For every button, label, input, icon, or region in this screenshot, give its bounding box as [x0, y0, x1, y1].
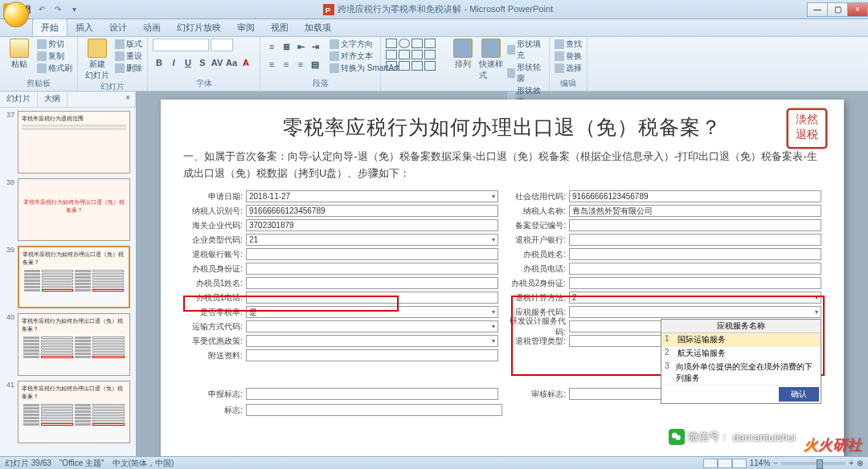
thumbnail-41[interactable]: 41零税率应税行为如何办理出口退（免）税备案？: [3, 381, 133, 443]
dropdown-option[interactable]: 1国际运输服务: [661, 333, 821, 347]
form-input[interactable]: 91666666123456789: [246, 205, 498, 217]
zoom-in-button[interactable]: +: [849, 459, 854, 467]
maximize-button[interactable]: ▢: [827, 2, 848, 17]
bullets-button[interactable]: ≡: [265, 40, 278, 53]
bold-button[interactable]: B: [153, 56, 166, 69]
apply-flag-input[interactable]: [246, 388, 498, 400]
thumbnail-40[interactable]: 40零税率应税行为如何办理出口退（免）税备案？: [3, 313, 133, 376]
zoom-level[interactable]: 114%: [750, 459, 771, 467]
form-input[interactable]: [569, 263, 821, 275]
qat-more-icon[interactable]: ▾: [68, 3, 80, 16]
form-input[interactable]: [246, 263, 498, 275]
shape-fill-button[interactable]: 形状填充: [507, 39, 544, 61]
italic-button[interactable]: I: [167, 56, 180, 69]
fit-button[interactable]: ⊕: [857, 459, 863, 467]
tab-insert[interactable]: 插入: [68, 19, 101, 36]
tab-view[interactable]: 视图: [263, 19, 297, 36]
tab-slides-thumb[interactable]: 幻灯片: [0, 92, 38, 107]
case-button[interactable]: Aa: [225, 56, 238, 69]
undo-icon[interactable]: ↶: [35, 3, 48, 16]
form-input[interactable]: [569, 219, 821, 231]
shadow-button[interactable]: AV: [211, 56, 223, 69]
thumbnail-39[interactable]: 39零税率应税行为如何办理出口退（免）税备案？: [3, 246, 133, 308]
form-row: 企业类型代码:21: [183, 234, 498, 247]
minimize-button[interactable]: —: [807, 2, 828, 17]
text-direction-button[interactable]: 文字方向: [330, 39, 399, 50]
convert-smartart-button[interactable]: 转换为 SmartArt: [330, 63, 399, 74]
format-painter-button[interactable]: 格式刷: [37, 63, 72, 74]
indent-inc-button[interactable]: ⇥: [309, 40, 321, 53]
form-input[interactable]: 青岛淡然外贸有限公司: [569, 205, 821, 217]
office-button[interactable]: [3, 2, 29, 27]
tab-design[interactable]: 设计: [101, 19, 135, 36]
align-text-button[interactable]: 对齐文本: [330, 51, 399, 62]
new-slide-button[interactable]: 新建 幻灯片: [83, 39, 112, 81]
form-input[interactable]: [246, 248, 498, 260]
find-button[interactable]: 查找: [555, 39, 582, 50]
zoom-out-button[interactable]: −: [773, 459, 778, 467]
confirm-button[interactable]: 确认: [779, 387, 819, 402]
numbering-button[interactable]: ≣: [280, 40, 293, 53]
tab-slideshow[interactable]: 幻灯片放映: [169, 19, 229, 36]
replace-button[interactable]: 替换: [555, 51, 582, 62]
delete-button[interactable]: 删除: [115, 63, 142, 74]
font-color-button[interactable]: A: [240, 56, 252, 69]
form-input[interactable]: 3702301879: [246, 219, 498, 231]
underline-button[interactable]: U: [182, 56, 194, 69]
form-input[interactable]: [569, 234, 821, 246]
tab-home[interactable]: 开始: [32, 18, 68, 36]
dropdown-option[interactable]: 3向境外单位提供的完全在境外消费的下列服务: [661, 361, 821, 385]
form-lower-row2: 标志:: [183, 404, 821, 418]
flag-input[interactable]: [246, 404, 502, 416]
form-input[interactable]: 2018-11-27: [246, 190, 498, 202]
sorter-view-button[interactable]: [718, 459, 732, 468]
align-left-button[interactable]: ≡: [265, 58, 278, 71]
copy-button[interactable]: 复制: [37, 51, 72, 62]
align-right-button[interactable]: ≡: [294, 58, 307, 71]
indent-dec-button[interactable]: ⇤: [294, 40, 307, 53]
tab-animation[interactable]: 动画: [135, 19, 169, 36]
paste-button[interactable]: 粘贴: [5, 39, 34, 70]
form-input[interactable]: [246, 320, 498, 332]
form-input[interactable]: [246, 349, 498, 361]
close-button[interactable]: ×: [847, 2, 868, 17]
form-input[interactable]: 是: [246, 306, 498, 318]
slideshow-view-button[interactable]: [732, 459, 747, 468]
normal-view-button[interactable]: [703, 459, 718, 468]
layout-button[interactable]: 版式: [115, 39, 142, 50]
cut-button[interactable]: 剪切: [37, 39, 72, 50]
form-input[interactable]: [569, 306, 821, 318]
form-input[interactable]: [246, 292, 498, 304]
dropdown-option[interactable]: 2航天运输服务: [661, 347, 821, 361]
align-center-button[interactable]: ≡: [280, 58, 293, 71]
thumbnail-38[interactable]: 38零税率应税行为如何办理出口退（免）税备案？: [3, 178, 133, 241]
tab-review[interactable]: 审阅: [229, 19, 263, 36]
thumbnail-list[interactable]: 37零税率应税行为退税范围38零税率应税行为如何办理出口退（免）税备案？39零税…: [0, 108, 136, 456]
tab-addins[interactable]: 加载项: [297, 19, 339, 36]
columns-button[interactable]: ▤: [309, 58, 321, 71]
quick-style-button[interactable]: 快速样式: [479, 39, 504, 81]
strike-button[interactable]: S: [196, 56, 209, 69]
tab-outline[interactable]: 大纲: [38, 92, 68, 107]
form-input[interactable]: 21: [246, 234, 498, 246]
shape-fill-icon: [507, 45, 515, 55]
form-input[interactable]: [569, 248, 821, 260]
font-size-input[interactable]: [211, 39, 233, 51]
form-input[interactable]: [246, 277, 498, 289]
language-indicator[interactable]: 中文(简体，中国): [113, 458, 174, 469]
form-input[interactable]: [569, 277, 821, 289]
shape-outline-button[interactable]: 形状轮廓: [507, 62, 544, 84]
zoom-slider[interactable]: [781, 462, 845, 465]
form-input[interactable]: [246, 335, 498, 347]
huoyanshe-watermark: 火火研社: [804, 435, 862, 455]
form-input[interactable]: 2: [569, 292, 821, 304]
slide-stage[interactable]: 淡然 退税 零税率应税行为如何办理出口退（免）税备案？ 一、如属于首次备案：向导…: [137, 92, 868, 456]
thumbnail-37[interactable]: 37零税率应税行为退税范围: [3, 111, 133, 173]
redo-icon[interactable]: ↷: [51, 3, 64, 16]
reset-button[interactable]: 重设: [115, 51, 142, 62]
select-button[interactable]: 选择: [555, 63, 582, 74]
close-panel-button[interactable]: ×: [121, 92, 136, 107]
arrange-button[interactable]: 排列: [451, 39, 476, 70]
form-input[interactable]: 91666666123456789: [569, 190, 821, 202]
font-family-input[interactable]: [153, 39, 209, 51]
